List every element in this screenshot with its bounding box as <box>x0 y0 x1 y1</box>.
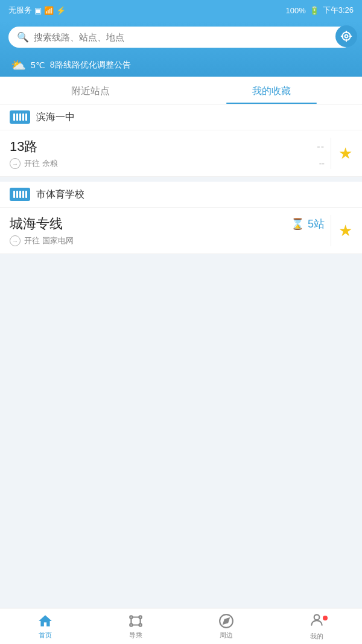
compass-icon <box>218 613 234 629</box>
route-direction-2: → 开往 国家电网 <box>10 235 325 246</box>
tab-favorites[interactable]: 我的收藏 <box>181 77 362 104</box>
route-item-2[interactable]: 城海专线 ⌛ 5站 → 开往 国家电网 ★ <box>0 208 362 254</box>
main-content: 滨海一中 13路 -- → 开往 余粮 -- ★ <box>0 104 362 433</box>
nav-item-guide[interactable]: 导乘 <box>91 608 181 644</box>
stop-name-2: 市体育学校 <box>36 188 84 201</box>
battery-icon: 🔋 <box>310 6 319 15</box>
person-icon <box>309 612 325 628</box>
svg-point-0 <box>345 35 348 38</box>
signal-icon: ▣ <box>34 6 42 15</box>
route-name-1: 13路 <box>10 138 37 156</box>
battery-text: 100% <box>285 6 305 15</box>
route-top-1: 13路 -- <box>10 138 325 156</box>
temperature-text: 5℃ <box>31 60 45 70</box>
bottom-nav: 首页 导乘 周边 我的 <box>0 608 362 644</box>
location-button[interactable] <box>335 25 357 47</box>
status-right: 100% 🔋 下午3:26 <box>285 5 354 16</box>
star-icon-2[interactable]: ★ <box>338 222 352 240</box>
direction-arrow-icon-2: → <box>10 235 21 246</box>
station-count-2: 5站 <box>308 217 325 231</box>
svg-point-1 <box>342 32 350 40</box>
nav-label-nearby: 周边 <box>220 631 233 640</box>
stop-section-2: 市体育学校 城海专线 ⌛ 5站 → 开往 国家电网 ★ <box>0 182 362 254</box>
search-icon: 🔍 <box>17 31 29 43</box>
hourglass-icon: ⌛ <box>291 217 304 231</box>
stop-name-1: 滨海一中 <box>36 111 75 124</box>
nav-label-mine: 我的 <box>310 632 323 641</box>
weather-icon: ⛅ <box>11 58 26 72</box>
route-stations-2: ⌛ 5站 <box>291 217 325 231</box>
route-star-2[interactable]: ★ <box>331 215 352 246</box>
header: 🔍 ⛅ 5℃ 8路线路优化调整公告 <box>0 21 362 77</box>
tab-nearby[interactable]: 附近站点 <box>0 77 181 104</box>
route-star-1[interactable]: ★ <box>331 138 352 169</box>
weather-strip: ⛅ 5℃ 8路线路优化调整公告 <box>8 54 354 77</box>
direction-text-1: 开往 余粮 <box>24 158 58 169</box>
location-icon <box>340 30 352 42</box>
route-item-1[interactable]: 13路 -- → 开往 余粮 -- ★ <box>0 130 362 177</box>
weather-notice-text[interactable]: 8路线路优化调整公告 <box>50 60 131 71</box>
content-spacer <box>0 433 362 608</box>
nav-item-mine[interactable]: 我的 <box>272 608 362 644</box>
status-bar: 无服务 ▣ 📶 ⚡ 100% 🔋 下午3:26 <box>0 0 362 21</box>
tabs: 附近站点 我的收藏 <box>0 77 362 104</box>
svg-point-8 <box>314 614 320 620</box>
no-service-text: 无服务 <box>8 5 32 16</box>
bus-stop-icon-1 <box>10 110 30 124</box>
route-direction-1: → 开往 余粮 -- <box>10 158 325 169</box>
stop-header-1: 滨海一中 <box>0 104 362 130</box>
route-name-2: 城海专线 <box>10 215 63 233</box>
direction-status-1: -- <box>319 159 325 168</box>
time-text: 下午3:26 <box>323 5 354 16</box>
star-icon-1[interactable]: ★ <box>338 144 352 163</box>
charge-icon: ⚡ <box>56 6 66 15</box>
stop-section-1: 滨海一中 13路 -- → 开往 余粮 -- ★ <box>0 104 362 177</box>
route-top-2: 城海专线 ⌛ 5站 <box>10 215 325 233</box>
home-icon <box>37 613 53 629</box>
notification-badge <box>323 616 328 620</box>
bus-stop-icon-2 <box>10 188 30 201</box>
direction-arrow-icon-1: → <box>10 158 21 169</box>
nav-item-home[interactable]: 首页 <box>0 608 91 644</box>
wifi-icon: 📶 <box>44 6 54 15</box>
route-status-1: -- <box>317 141 325 152</box>
direction-text-2: 开往 国家电网 <box>24 235 74 246</box>
nav-label-home: 首页 <box>39 631 52 640</box>
svg-marker-7 <box>223 618 229 623</box>
route-icon <box>128 613 144 629</box>
search-input[interactable] <box>34 32 345 42</box>
nav-item-nearby[interactable]: 周边 <box>181 608 272 644</box>
nav-label-guide: 导乘 <box>129 631 142 640</box>
stop-header-2: 市体育学校 <box>0 182 362 208</box>
route-content-1: 13路 -- → 开往 余粮 -- <box>10 138 325 169</box>
status-left: 无服务 ▣ 📶 ⚡ <box>8 5 66 16</box>
route-content-2: 城海专线 ⌛ 5站 → 开往 国家电网 <box>10 215 325 246</box>
search-bar: 🔍 <box>8 27 354 48</box>
